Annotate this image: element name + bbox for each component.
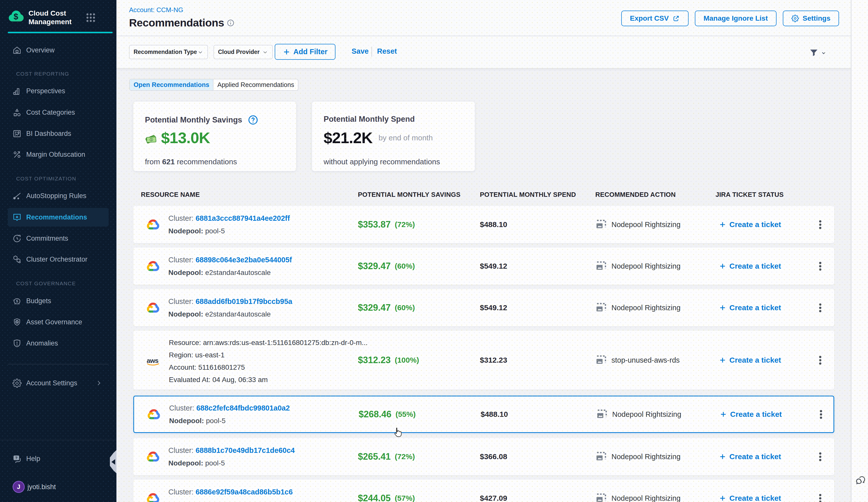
account-line: Account: 511616801275 — [169, 361, 368, 374]
cluster-link[interactable]: 688c2fefc84fbdc99801a0a2 — [196, 404, 290, 412]
gcp-icon — [147, 409, 160, 419]
table-row[interactable]: Cluster: 6886e92f59a48cad86b5b1c6 Nodepo… — [133, 480, 834, 502]
sidebar-item-cost-categories[interactable]: Cost Categories — [8, 104, 108, 121]
cluster-link[interactable]: 6881a3ccc887941a4ee202ff — [196, 214, 290, 222]
cell-spend: $312.23 — [480, 331, 507, 390]
save-filter-link[interactable]: Save — [352, 47, 369, 55]
module-grid-icon[interactable] — [86, 13, 95, 22]
table-row[interactable]: Cluster: 6888b1c70e49db17c1de60c4 Nodepo… — [133, 438, 834, 475]
row-menu-button[interactable] — [816, 248, 824, 285]
rightsizing-icon — [595, 492, 607, 502]
question-icon[interactable] — [248, 115, 258, 125]
collapse-left-icon — [111, 459, 115, 465]
sidebar-item-label: Cluster Orchestrator — [26, 255, 87, 263]
cluster-link[interactable]: 6888b1c70e49db17c1de60c4 — [196, 446, 294, 454]
spend-value: $549.12 — [480, 303, 507, 312]
cluster-link[interactable]: 688add6fb019b17f9bccb95a — [196, 297, 292, 305]
sidebar-item-commitments[interactable]: Commitments — [8, 230, 108, 247]
export-csv-button[interactable]: Export CSV — [621, 11, 689, 26]
info-icon[interactable] — [227, 19, 234, 27]
cluster-link[interactable]: 68898c064e3e2ba0e544005f — [196, 256, 292, 264]
create-ticket-link[interactable]: Create a ticket — [719, 220, 781, 229]
sidebar-item-label: Margin Obfuscation — [26, 151, 85, 158]
sidebar-item-label: AutoStopping Rules — [26, 192, 86, 200]
sidebar-item-budgets[interactable]: $ Budgets — [8, 293, 108, 309]
manage-ignore-list-button[interactable]: Manage Ignore List — [695, 11, 776, 26]
create-ticket-link[interactable]: Create a ticket — [719, 356, 781, 364]
kebab-dot — [819, 227, 822, 229]
cell-spend: $549.12 — [480, 248, 507, 285]
table-row-selected[interactable]: Cluster: 688c2fefc84fbdc99801a0a2 Nodepo… — [133, 396, 834, 433]
reset-filter-link[interactable]: Reset — [377, 47, 397, 55]
sidebar-item-asset-governance[interactable]: $ Asset Governance — [8, 314, 108, 330]
kebab-dot — [819, 452, 822, 454]
savings-value: $244.05 — [358, 493, 391, 502]
sidebar-item-account-settings[interactable]: Account Settings — [8, 375, 108, 391]
kebab-dot — [819, 501, 822, 502]
chevron-right-icon — [95, 380, 102, 386]
sidebar-item-help[interactable]: ? Help — [8, 451, 108, 467]
add-filter-button[interactable]: Add Filter — [275, 44, 335, 60]
cloud-provider-dropdown[interactable]: Cloud Provider — [214, 45, 273, 59]
table-row[interactable]: Cluster: 688add6fb019b17f9bccb95a Nodepo… — [133, 289, 834, 326]
aws-icon — [147, 358, 160, 366]
right-rail — [851, 0, 868, 502]
tab-open-recommendations[interactable]: Open Recommendations — [130, 80, 214, 90]
sidebar-item-bi-dashboards[interactable]: BI Dashboards — [8, 125, 108, 142]
cluster-link[interactable]: 6886e92f59a48cad86b5b1c6 — [196, 488, 293, 496]
plus-icon — [719, 221, 726, 228]
create-ticket-link[interactable]: Create a ticket — [719, 494, 781, 502]
savings-value: $312.23 — [358, 355, 391, 365]
kebab-dot — [819, 223, 822, 226]
create-ticket-link[interactable]: Create a ticket — [720, 410, 782, 419]
kebab-dot — [819, 262, 822, 264]
nodepool-line: Nodepool: pool-5 — [168, 459, 294, 467]
account-breadcrumb[interactable]: Account: CCM-NG — [129, 6, 183, 14]
row-menu-button[interactable] — [816, 289, 824, 326]
col-jira: JIRA TICKET STATUS — [715, 191, 784, 199]
row-menu-button[interactable] — [816, 206, 824, 243]
create-ticket-link[interactable]: Create a ticket — [719, 452, 781, 461]
resource-details: Resource: arn:aws:rds:us-east-1:51161680… — [169, 336, 368, 386]
row-menu-button[interactable] — [816, 438, 824, 475]
cell-jira-status: Create a ticket — [719, 248, 781, 285]
tab-applied-recommendations[interactable]: Applied Recommendations — [214, 80, 298, 90]
table-row[interactable]: Resource: arn:aws:rds:us-east-1:51161680… — [133, 331, 834, 390]
row-menu-button[interactable] — [816, 331, 824, 390]
gcp-icon — [147, 220, 159, 230]
cluster-orchestrator-icon — [12, 255, 22, 264]
filter-panel-toggle[interactable] — [809, 48, 827, 58]
sidebar-item-recommendations[interactable]: Recommendations — [8, 208, 108, 227]
table-row[interactable]: Cluster: 6881a3ccc887941a4ee202ff Nodepo… — [133, 206, 834, 243]
recommendation-type-dropdown[interactable]: Recommendation Type — [129, 45, 208, 59]
sidebar-item-margin-obfuscation[interactable]: Margin Obfuscation — [8, 146, 108, 163]
table-row[interactable]: Cluster: 68898c064e3e2ba0e544005f Nodepo… — [133, 248, 834, 285]
sidebar-item-overview[interactable]: Overview — [8, 42, 108, 58]
resource-name-text: Cluster: 688add6fb019b17f9bccb95a Nodepo… — [168, 297, 292, 318]
row-menu-button[interactable] — [816, 480, 824, 502]
spend-value: $312.23 — [480, 356, 507, 364]
plus-icon — [719, 453, 726, 460]
sidebar-collapse-button[interactable] — [110, 450, 116, 473]
sidebar-item-anomalies[interactable]: Anomalies — [8, 335, 108, 351]
sidebar-item-user[interactable]: jyoti.bisht — [20, 479, 121, 495]
home-icon — [12, 45, 22, 55]
settings-button[interactable]: Settings — [783, 11, 839, 26]
sidebar-item-perspectives[interactable]: Perspectives — [8, 83, 108, 99]
chat-launcher-icon[interactable] — [855, 475, 866, 486]
create-ticket-link[interactable]: Create a ticket — [719, 303, 781, 312]
spend-value: $366.08 — [480, 452, 507, 461]
row-menu-button[interactable] — [817, 396, 825, 432]
external-link-icon — [672, 14, 680, 22]
savings-pct: (57%) — [395, 494, 415, 502]
sidebar-item-cluster-orchestrator[interactable]: Cluster Orchestrator — [8, 251, 108, 268]
summary-cards: Potential Monthly Savings $ $13.0K from … — [133, 102, 475, 171]
autostopping-icon — [12, 191, 22, 201]
kebab-dot — [819, 303, 822, 306]
savings-pct: (60%) — [395, 303, 415, 312]
create-ticket-link[interactable]: Create a ticket — [719, 262, 781, 270]
savings-value: $13.0K — [161, 129, 210, 147]
resource-name-text: Cluster: 688c2fefc84fbdc99801a0a2 Nodepo… — [169, 404, 290, 425]
sidebar-item-autostopping[interactable]: AutoStopping Rules — [8, 188, 108, 204]
plus-icon — [283, 48, 290, 56]
